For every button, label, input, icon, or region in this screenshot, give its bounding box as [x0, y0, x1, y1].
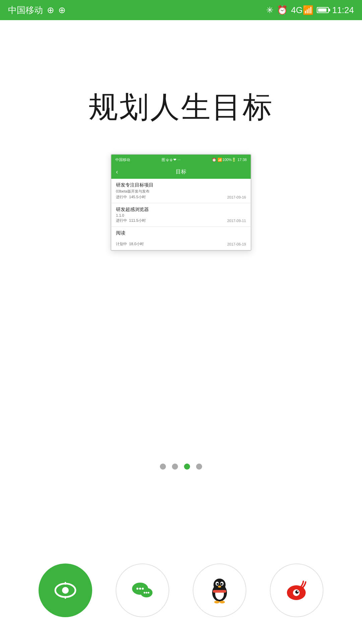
svg-rect-20: [213, 590, 226, 593]
mock-time: ⏰ 📶100%🔋 17:38: [212, 158, 247, 162]
bluetooth-icon: ✳: [266, 5, 274, 15]
carrier-label: 中国移动: [8, 4, 43, 16]
main-content: 规划人生目标 中国移动 图 ψ ψ ❤ ··· ⏰ 📶100%🔋 17:38 ‹…: [0, 20, 362, 251]
svg-point-14: [214, 579, 226, 591]
page-title: 规划人生目标: [88, 87, 274, 127]
svg-point-19: [218, 586, 221, 588]
svg-point-9: [144, 592, 145, 594]
pagination-dot-2[interactable]: [172, 464, 178, 470]
svg-point-27: [301, 587, 304, 589]
weibo-icon[interactable]: [270, 564, 323, 617]
pagination-dots: [160, 464, 202, 470]
mock-list-item[interactable]: 阅读 计划中 18.0小时 2017-06-19: [111, 227, 251, 250]
pagination-dot-1[interactable]: [160, 464, 166, 470]
svg-point-25: [295, 590, 299, 594]
mock-item-subtitle: [116, 237, 246, 241]
time-label: 11:24: [332, 5, 354, 15]
wechat-icon[interactable]: [116, 564, 169, 617]
mock-item-date: 2017-06-19: [227, 242, 246, 246]
main-app-icon[interactable]: [39, 564, 92, 617]
svg-point-1: [62, 587, 69, 594]
svg-point-11: [148, 592, 149, 594]
qq-icon[interactable]: [193, 564, 246, 617]
alarm-icon: ⏰: [277, 5, 288, 15]
mock-list-item[interactable]: 研发专注目标项目 03beta版开发与发布 进行中 145.5小时 2017-0…: [111, 179, 251, 203]
svg-point-18: [221, 583, 223, 585]
mock-item-subtitle: 1.1.0: [116, 213, 246, 217]
pagination-dot-4[interactable]: [196, 464, 202, 470]
mock-list-item[interactable]: 研发超感浏览器 1.1.0 进行中 111.5小时 2017-09-11: [111, 203, 251, 227]
signal-label: 4G📶: [291, 5, 313, 15]
mock-item-status: 计划中 18.0小时: [116, 241, 144, 247]
mock-item-status: 进行中 111.5小时: [116, 218, 146, 223]
mock-item-title: 研发专注目标项目: [116, 182, 246, 188]
mock-item-date: 2017-09-16: [227, 195, 246, 199]
status-bar: 中国移动 ⊕ ⊕ ✳ ⏰ 4G📶 11:24: [0, 0, 362, 20]
mock-item-meta: 进行中 111.5小时 2017-09-11: [116, 218, 246, 223]
svg-point-6: [136, 588, 138, 590]
status-left: 中国移动 ⊕ ⊕: [8, 4, 66, 16]
mock-item-date: 2017-09-11: [227, 219, 246, 223]
pagination-dot-3-active[interactable]: [184, 464, 190, 470]
svg-point-17: [217, 583, 219, 585]
svg-point-26: [297, 591, 298, 592]
qq-penguin-icon: [204, 575, 235, 605]
usb2-icon: ⊕: [58, 5, 66, 15]
svg-point-22: [220, 601, 225, 603]
mock-status-bar: 中国移动 图 ψ ψ ❤ ··· ⏰ 📶100%🔋 17:38: [111, 155, 251, 165]
mock-item-meta: 进行中 145.5小时 2017-09-16: [116, 195, 246, 200]
mock-item-subtitle: 03beta版开发与发布: [116, 189, 246, 194]
mock-icons: 图 ψ ψ ❤ ···: [162, 157, 181, 162]
mock-item-meta: 计划中 18.0小时 2017-06-19: [116, 241, 246, 247]
weibo-bubble-icon: [282, 575, 312, 605]
svg-point-8: [142, 588, 144, 590]
mock-list: 研发专注目标项目 03beta版开发与发布 进行中 145.5小时 2017-0…: [111, 179, 251, 250]
mock-item-status: 进行中 145.5小时: [116, 195, 146, 200]
battery-icon: [317, 7, 329, 13]
mock-carrier: 中国移动: [115, 157, 130, 162]
usb-icon: ⊕: [47, 5, 54, 15]
app-screenshot: 中国移动 图 ψ ψ ❤ ··· ⏰ 📶100%🔋 17:38 ‹ 目标 研发专…: [111, 154, 251, 251]
svg-point-7: [139, 588, 141, 590]
mock-back-button[interactable]: ‹: [116, 168, 118, 175]
mock-header-title: 目标: [176, 168, 186, 175]
wechat-bubbles-icon: [127, 575, 158, 605]
bottom-icons: [0, 564, 362, 617]
svg-point-21: [214, 601, 220, 603]
mock-item-title: 研发超感浏览器: [116, 207, 246, 213]
eye-camera-icon: [50, 575, 80, 605]
status-right: ✳ ⏰ 4G📶 11:24: [266, 5, 354, 15]
mock-header: ‹ 目标: [111, 165, 251, 179]
mock-item-title: 阅读: [116, 230, 246, 236]
svg-point-10: [146, 592, 147, 594]
